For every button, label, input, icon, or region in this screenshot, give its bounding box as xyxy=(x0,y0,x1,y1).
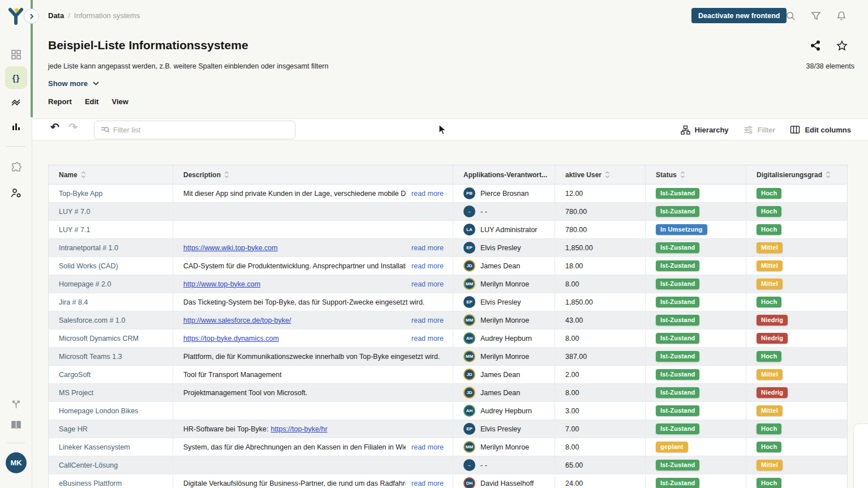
filter-button[interactable]: Filter xyxy=(744,125,776,135)
table-row[interactable]: MS ProjectProjektmanagement Tool von Mic… xyxy=(49,384,847,402)
breadcrumb-information-systems[interactable]: Information systems xyxy=(74,11,140,20)
funnel-icon[interactable] xyxy=(810,10,822,22)
description-link[interactable]: http://www.top-byke.com xyxy=(183,280,260,288)
status-badge: Ist-Zustand xyxy=(656,315,699,326)
row-name[interactable]: LUY # 7.0 xyxy=(49,203,173,220)
row-active-users: 387.00 xyxy=(555,348,646,365)
sidebar-item-data-active[interactable]: {} xyxy=(5,66,27,89)
description-link[interactable]: http://www.salesforce.de/top-byke/ xyxy=(183,316,291,324)
dashboard-icon[interactable] xyxy=(0,48,32,61)
table-row[interactable]: CallCenter-Lösung–- -65.00Ist-ZustandMit… xyxy=(49,456,847,474)
row-digitalisierungsgrad: Niedrig xyxy=(746,311,847,329)
user-gear-icon[interactable] xyxy=(0,186,32,199)
read-more-link[interactable]: read more xyxy=(406,480,444,487)
sort-icon[interactable] xyxy=(826,171,831,178)
table-row[interactable]: Microsoft Dynamics CRMhttps://top-byke.d… xyxy=(49,329,847,348)
table-row[interactable]: Homepage # 2.0http://www.top-byke.comrea… xyxy=(49,275,847,293)
row-status: Ist-Zustand xyxy=(646,185,746,202)
puzzle-icon[interactable] xyxy=(0,160,32,174)
user-avatar[interactable]: MK xyxy=(6,452,27,473)
column-header-description[interactable]: Description xyxy=(173,165,453,184)
row-name[interactable]: Lineker Kassensystem xyxy=(49,438,173,456)
row-name[interactable]: Intranetportal # 1.0 xyxy=(49,239,173,256)
undo-button[interactable]: ↶ xyxy=(50,121,59,134)
column-header-applikations-verantwortlicher[interactable]: Applikations-Verantwort... xyxy=(453,165,555,184)
row-active-users: 24.00 xyxy=(555,474,646,488)
scrollbar-panel[interactable] xyxy=(853,423,868,488)
read-more-link[interactable]: read more xyxy=(406,190,444,198)
status-badge: Ist-Zustand xyxy=(656,369,699,380)
row-name[interactable]: eBusiness Plattform xyxy=(49,474,173,488)
row-name[interactable]: Salesforce.com # 1.0 xyxy=(49,311,173,329)
table-row[interactable]: LUY # 7.0–- -780.00Ist-ZustandHoch xyxy=(49,203,847,221)
table-row[interactable]: Homepage London BikesAHAudrey Hepburn3.0… xyxy=(49,402,847,420)
trend-icon[interactable] xyxy=(0,95,32,109)
menu-edit[interactable]: Edit xyxy=(85,97,99,106)
row-name[interactable]: LUY # 7.1 xyxy=(49,221,173,238)
star-icon[interactable] xyxy=(836,40,847,51)
sort-icon[interactable] xyxy=(605,171,610,178)
person-avatar: LA xyxy=(463,224,475,236)
read-more-link[interactable]: read more xyxy=(406,262,444,270)
breadcrumb-data[interactable]: Data xyxy=(48,11,64,20)
column-header-status[interactable]: Status xyxy=(646,165,746,184)
row-name[interactable]: MS Project xyxy=(49,384,173,401)
row-name[interactable]: Solid Works (CAD) xyxy=(49,257,173,275)
read-more-link[interactable]: read more xyxy=(406,335,444,343)
table-row[interactable]: Sage HRHR-Software bei Top-Byke: https:/… xyxy=(49,420,847,438)
table-row[interactable]: Salesforce.com # 1.0http://www.salesforc… xyxy=(49,311,847,329)
split-icon[interactable] xyxy=(0,396,32,410)
sort-icon[interactable] xyxy=(81,171,86,178)
bar-chart-icon[interactable] xyxy=(0,119,32,133)
row-name[interactable]: Sage HR xyxy=(49,420,173,438)
table-row[interactable]: LUY # 7.1LALUY Administrator780.00In Ums… xyxy=(49,221,847,239)
edit-columns-button[interactable]: Edit columns xyxy=(790,125,851,134)
table-row[interactable]: Lineker KassensystemSystem, das für die … xyxy=(49,438,847,456)
sort-icon[interactable] xyxy=(680,171,685,178)
share-icon[interactable] xyxy=(810,40,821,51)
table-row[interactable]: Solid Works (CAD)CAD-System für die Prod… xyxy=(49,257,847,275)
bell-icon[interactable] xyxy=(836,10,847,22)
row-status: Ist-Zustand xyxy=(646,239,746,256)
row-name[interactable]: Homepage London Bikes xyxy=(49,402,173,419)
row-name[interactable]: Microsoft Dynamics CRM xyxy=(49,329,173,347)
book-icon[interactable] xyxy=(0,418,32,431)
description-link[interactable]: https://top-byke/hr xyxy=(271,425,328,433)
menu-view[interactable]: View xyxy=(111,97,128,106)
redo-button[interactable]: ↷ xyxy=(68,121,78,134)
menu-report[interactable]: Report xyxy=(48,97,72,106)
read-more-link[interactable]: read more xyxy=(406,443,444,451)
row-name[interactable]: CallCenter-Lösung xyxy=(49,456,173,474)
row-name[interactable]: Homepage # 2.0 xyxy=(49,275,173,293)
show-more-toggle[interactable]: Show more xyxy=(48,79,99,88)
read-more-link[interactable]: read more xyxy=(406,316,444,324)
row-digitalisierungsgrad: Mittel xyxy=(746,239,847,256)
read-more-link[interactable]: read more xyxy=(406,280,444,288)
description-link[interactable]: https://top-byke.dynamics.com xyxy=(183,335,279,343)
column-header-digitalisierungsgrad[interactable]: Digitalisierungsgrad xyxy=(746,165,847,184)
table-row[interactable]: Microsoft Teams 1.3Plattform, die für Ko… xyxy=(49,348,847,366)
person-name: James Dean xyxy=(480,389,520,397)
read-more-link[interactable]: read more xyxy=(406,244,444,252)
table-row[interactable]: eBusiness PlattformDigitale Verkaufslösu… xyxy=(49,474,847,488)
row-active-users: 2.00 xyxy=(555,366,646,383)
table-row[interactable]: Top-Byke AppMit dieser App sind private … xyxy=(49,185,847,203)
row-name[interactable]: Microsoft Teams 1.3 xyxy=(49,348,173,365)
column-header-name[interactable]: Name xyxy=(49,165,173,184)
row-name[interactable]: CargoSoft xyxy=(49,366,173,383)
table-row[interactable]: Intranetportal # 1.0https://www.wiki.top… xyxy=(49,239,847,257)
row-name[interactable]: Jira # 8.4 xyxy=(49,293,173,311)
deactivate-frontend-button[interactable]: Deactivate new frontend xyxy=(691,8,787,23)
hierarchy-button[interactable]: Hierarchy xyxy=(681,125,729,135)
sort-icon[interactable] xyxy=(224,171,229,178)
search-icon[interactable] xyxy=(785,10,796,22)
status-badge: Ist-Zustand xyxy=(656,242,699,253)
row-name[interactable]: Top-Byke App xyxy=(49,185,173,202)
filter-list-input[interactable] xyxy=(113,126,289,134)
description-link[interactable]: https://www.wiki.top-byke.com xyxy=(183,244,278,252)
sidebar-collapse-button[interactable] xyxy=(24,8,39,24)
table-row[interactable]: Jira # 8.4Das Ticketing-System bei Top-B… xyxy=(49,293,847,311)
filter-list-field[interactable] xyxy=(94,121,295,139)
column-header-aktive-user[interactable]: aktive User xyxy=(555,165,646,184)
table-row[interactable]: CargoSoftTool für Transport ManagementJD… xyxy=(49,366,847,384)
